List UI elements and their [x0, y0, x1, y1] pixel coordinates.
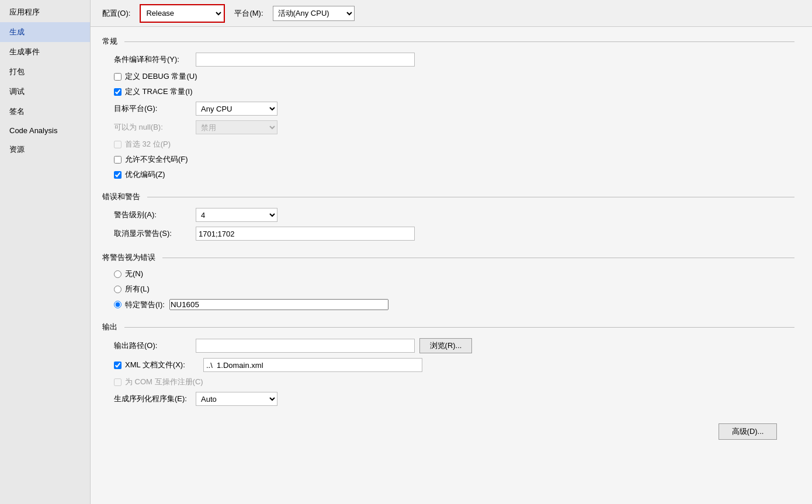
warnings-none-label: 无(N): [125, 269, 143, 279]
define-trace-checkbox[interactable]: [114, 88, 122, 96]
browse-button[interactable]: 浏览(R)...: [419, 338, 472, 353]
serialization-label: 生成序列化程序集(E):: [114, 394, 196, 404]
output-path-label: 输出路径(O):: [114, 340, 196, 351]
prefer32bit-label: 首选 32 位(P): [125, 139, 171, 150]
conditional-symbols-label: 条件编译和符号(Y):: [114, 54, 196, 65]
warning-level-select[interactable]: 0 1 2 3 4: [196, 208, 277, 222]
warnings-specific-row: 特定警告(I):: [102, 299, 794, 310]
warnings-all-row: 所有(L): [102, 284, 794, 294]
suppress-warnings-input[interactable]: [196, 227, 415, 241]
com-interop-label: 为 COM 互操作注册(C): [125, 377, 203, 387]
prefer32bit-checkbox[interactable]: [114, 141, 122, 148]
prefer32bit-row: 首选 32 位(P): [102, 139, 794, 150]
xml-docs-checkbox[interactable]: [114, 362, 122, 369]
config-select-wrapper: Release Debug 所有配置: [140, 4, 225, 23]
suppress-warnings-label: 取消显示警告(S):: [114, 228, 196, 239]
output-path-row: 输出路径(O): 浏览(R)...: [102, 338, 794, 353]
serialization-row: 生成序列化程序集(E): Auto On Off: [102, 392, 794, 406]
section-errors-warnings-title: 错误和警告: [102, 192, 794, 202]
config-label: 配置(O):: [102, 8, 130, 19]
define-debug-checkbox[interactable]: [114, 73, 122, 81]
sidebar-item-code-analysis[interactable]: Code Analysis: [0, 121, 90, 140]
content-area: 常规 条件编译和符号(Y): 定义 DEBUG 常量(U) 定义 TRACE 常…: [91, 27, 812, 504]
warnings-all-radio[interactable]: [114, 286, 122, 293]
main-panel: 配置(O): Release Debug 所有配置 平台(M): 活动(Any …: [91, 0, 812, 504]
unsafe-code-label: 允许不安全代码(F): [125, 154, 188, 165]
section-output: 输出 输出路径(O): 浏览(R)... XML 文档文件(X): 为 COM …: [102, 322, 794, 406]
top-bar: 配置(O): Release Debug 所有配置 平台(M): 活动(Any …: [91, 0, 812, 27]
conditional-symbols-row: 条件编译和符号(Y):: [102, 53, 794, 67]
sidebar-item-build-events[interactable]: 生成事件: [0, 42, 90, 62]
sidebar-item-sign[interactable]: 签名: [0, 102, 90, 121]
warnings-none-row: 无(N): [102, 269, 794, 279]
sidebar: 应用程序 生成 生成事件 打包 调试 签名 Code Analysis 资源: [0, 0, 91, 504]
section-errors-warnings: 错误和警告 警告级别(A): 0 1 2 3 4 取消显示警告(S):: [102, 192, 794, 241]
conditional-symbols-input[interactable]: [196, 53, 415, 67]
serialization-select[interactable]: Auto On Off: [196, 392, 277, 406]
config-select[interactable]: Release Debug 所有配置: [141, 6, 223, 21]
section-treat-warnings-title: 将警告视为错误: [102, 252, 794, 263]
output-path-input[interactable]: [196, 339, 415, 353]
nullable-row: 可以为 null(B): 禁用 启用 警告: [102, 120, 794, 134]
com-interop-row: 为 COM 互操作注册(C): [102, 377, 794, 387]
bottom-bar: 高级(D)...: [102, 418, 794, 446]
warning-level-row: 警告级别(A): 0 1 2 3 4: [102, 208, 794, 222]
optimize-checkbox[interactable]: [114, 171, 122, 179]
platform-select[interactable]: 活动(Any CPU) Any CPU x86 x64: [273, 6, 355, 21]
suppress-warnings-row: 取消显示警告(S):: [102, 227, 794, 241]
advanced-button[interactable]: 高级(D)...: [719, 423, 777, 440]
optimize-label: 优化编码(Z): [125, 169, 165, 180]
sidebar-item-debug[interactable]: 调试: [0, 82, 90, 102]
nullable-label: 可以为 null(B):: [114, 122, 196, 133]
section-treat-warnings: 将警告视为错误 无(N) 所有(L) 特定警告(I):: [102, 252, 794, 310]
target-platform-label: 目标平台(G):: [114, 103, 196, 114]
nullable-select[interactable]: 禁用 启用 警告: [196, 120, 277, 134]
sidebar-item-build[interactable]: 生成: [0, 22, 90, 42]
sidebar-item-resources[interactable]: 资源: [0, 140, 90, 159]
define-debug-label: 定义 DEBUG 常量(U): [125, 71, 197, 82]
warning-level-label: 警告级别(A):: [114, 210, 196, 220]
warnings-all-label: 所有(L): [125, 284, 150, 294]
define-trace-label: 定义 TRACE 常量(I): [125, 86, 193, 97]
unsafe-code-checkbox[interactable]: [114, 156, 122, 164]
sidebar-item-app[interactable]: 应用程序: [0, 2, 90, 22]
define-debug-row: 定义 DEBUG 常量(U): [102, 71, 794, 82]
platform-label: 平台(M):: [234, 8, 263, 19]
xml-docs-row: XML 文档文件(X):: [102, 358, 794, 372]
section-output-title: 输出: [102, 322, 794, 332]
target-platform-select[interactable]: Any CPU x86 x64: [196, 102, 277, 116]
target-platform-row: 目标平台(G): Any CPU x86 x64: [102, 102, 794, 116]
warnings-specific-input[interactable]: [169, 299, 388, 310]
warnings-specific-label: 特定警告(I):: [125, 300, 165, 310]
unsafe-code-row: 允许不安全代码(F): [102, 154, 794, 165]
com-interop-checkbox[interactable]: [114, 378, 122, 386]
warnings-none-radio[interactable]: [114, 270, 122, 278]
section-general: 常规 条件编译和符号(Y): 定义 DEBUG 常量(U) 定义 TRACE 常…: [102, 36, 794, 180]
warnings-specific-radio[interactable]: [114, 301, 122, 308]
section-general-title: 常规: [102, 36, 794, 47]
define-trace-row: 定义 TRACE 常量(I): [102, 86, 794, 97]
optimize-row: 优化编码(Z): [102, 169, 794, 180]
xml-docs-input[interactable]: [203, 358, 422, 372]
sidebar-item-package[interactable]: 打包: [0, 62, 90, 82]
xml-docs-label: XML 文档文件(X):: [125, 360, 203, 370]
